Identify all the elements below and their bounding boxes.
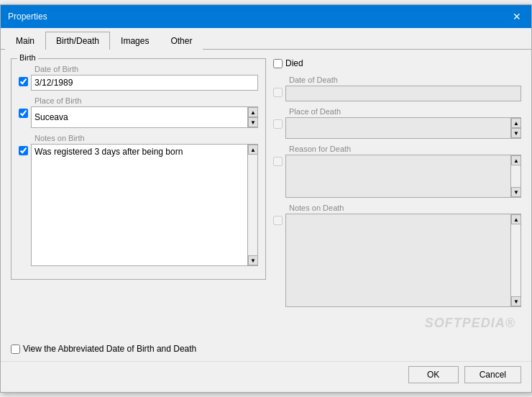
- reason-for-death-checkbox[interactable]: [273, 157, 283, 166]
- ok-button[interactable]: OK: [408, 366, 459, 383]
- place-death-scrollbar: ▲ ▼: [510, 118, 520, 138]
- notes-on-birth-field: ▲ ▼: [19, 144, 258, 266]
- place-of-birth-wrapper: ▲ ▼: [31, 106, 258, 128]
- birth-panel: Birth Date of Birth Place of Birth: [11, 58, 266, 331]
- title-bar: Properties ✕: [1, 5, 531, 28]
- tab-bar: Main Birth/Death Images Other: [1, 28, 531, 50]
- died-checkbox[interactable]: [273, 59, 283, 68]
- notes-birth-scroll-up[interactable]: ▲: [248, 145, 258, 155]
- birth-group: Birth Date of Birth Place of Birth: [11, 58, 266, 280]
- watermark: SOFTPEDIA®: [273, 313, 521, 331]
- notes-death-scrollbar: ▲ ▼: [510, 214, 520, 306]
- reason-death-scrollbar: ▲ ▼: [510, 155, 520, 197]
- place-of-birth-input[interactable]: [32, 107, 247, 127]
- notes-on-death-row: Notes on Death ▲ ▼: [273, 204, 521, 307]
- date-of-death-input: [285, 86, 521, 101]
- place-of-death-label: Place of Death: [289, 107, 521, 116]
- date-of-birth-label: Date of Birth: [35, 65, 258, 73]
- close-button[interactable]: ✕: [510, 9, 524, 24]
- place-of-death-field: ▲ ▼: [273, 117, 521, 139]
- reason-death-scroll-up: ▲: [511, 155, 521, 165]
- place-of-birth-label: Place of Birth: [35, 96, 258, 105]
- place-of-death-row: Place of Death ▲ ▼: [273, 107, 521, 139]
- cancel-button[interactable]: Cancel: [464, 366, 521, 383]
- reason-for-death-textarea: [286, 155, 510, 197]
- reason-for-death-field: ▲ ▼: [273, 155, 521, 198]
- notes-on-birth-label: Notes on Birth: [35, 134, 258, 142]
- abbreviated-checkbox[interactable]: [11, 344, 20, 354]
- birth-group-title: Birth: [17, 53, 38, 62]
- tab-other[interactable]: Other: [160, 32, 203, 50]
- abbreviated-label: View the Abbreviated Date of Birth and D…: [23, 344, 196, 354]
- scroll-down-arrow[interactable]: ▼: [248, 117, 258, 127]
- dialog-title: Properties: [8, 12, 47, 22]
- place-of-death-input: [286, 118, 510, 138]
- date-of-birth-checkbox[interactable]: [19, 77, 28, 86]
- button-row: OK Cancel: [1, 361, 531, 392]
- notes-on-birth-textarea[interactable]: [32, 145, 247, 265]
- notes-on-death-wrapper: ▲ ▼: [285, 214, 521, 307]
- died-row: Died: [273, 58, 521, 68]
- place-of-birth-row: Place of Birth ▲ ▼: [19, 96, 258, 128]
- place-of-birth-field: ▲ ▼: [19, 106, 258, 128]
- reason-for-death-row: Reason for Death ▲ ▼: [273, 145, 521, 198]
- died-label: Died: [285, 58, 303, 68]
- notes-death-scroll-up: ▲: [511, 214, 521, 224]
- date-of-birth-field: [19, 75, 258, 91]
- date-of-death-label: Date of Death: [289, 76, 521, 84]
- date-of-death-row: Date of Death: [273, 76, 521, 101]
- place-of-birth-checkbox[interactable]: [19, 109, 28, 118]
- death-panel: Died Date of Death Place of Death: [273, 58, 521, 331]
- place-of-death-wrapper: ▲ ▼: [285, 117, 521, 139]
- place-of-death-checkbox[interactable]: [273, 119, 283, 129]
- bottom-row: View the Abbreviated Date of Birth and D…: [1, 339, 531, 361]
- date-of-birth-row: Date of Birth: [19, 65, 258, 91]
- place-death-scroll-down: ▼: [511, 128, 521, 138]
- properties-dialog: Properties ✕ Main Birth/Death Images Oth…: [0, 4, 532, 393]
- scroll-up-arrow[interactable]: ▲: [248, 107, 258, 117]
- notes-on-death-label: Notes on Death: [289, 204, 521, 212]
- notes-death-scroll-down: ▼: [511, 296, 521, 306]
- notes-on-death-textarea: [286, 214, 510, 306]
- notes-on-death-field: ▲ ▼: [273, 214, 521, 307]
- tab-images[interactable]: Images: [110, 32, 160, 50]
- reason-death-scroll-down: ▼: [511, 187, 521, 197]
- notes-birth-scrollbar: ▲ ▼: [247, 145, 257, 265]
- date-of-birth-input[interactable]: [31, 75, 258, 91]
- date-of-death-checkbox[interactable]: [273, 88, 283, 97]
- tab-birth-death[interactable]: Birth/Death: [45, 32, 110, 50]
- dialog-body: Birth Date of Birth Place of Birth: [1, 50, 531, 339]
- notes-on-death-checkbox[interactable]: [273, 216, 283, 225]
- abbreviated-row: View the Abbreviated Date of Birth and D…: [11, 344, 196, 354]
- place-death-scroll-up: ▲: [511, 118, 521, 128]
- date-of-death-field: [273, 86, 521, 101]
- notes-birth-scroll-down[interactable]: ▼: [248, 255, 258, 265]
- notes-on-birth-row: Notes on Birth ▲ ▼: [19, 134, 258, 266]
- notes-on-birth-wrapper: ▲ ▼: [31, 144, 258, 266]
- notes-on-birth-checkbox[interactable]: [19, 146, 28, 155]
- reason-for-death-wrapper: ▲ ▼: [285, 155, 521, 198]
- place-of-birth-scrollbar: ▲ ▼: [247, 107, 257, 127]
- reason-for-death-label: Reason for Death: [289, 145, 521, 153]
- tab-main[interactable]: Main: [5, 32, 45, 50]
